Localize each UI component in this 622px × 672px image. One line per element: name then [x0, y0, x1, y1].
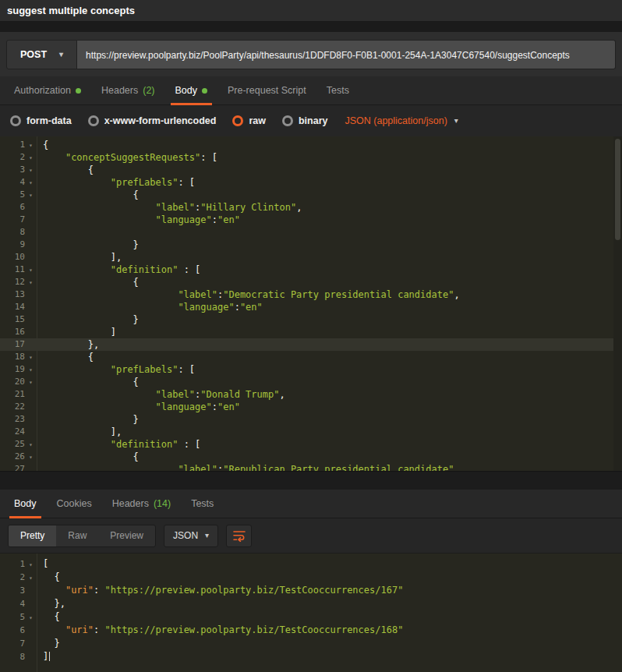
fold-toggle-icon[interactable]: ▾ — [25, 176, 37, 189]
tab-label: Body — [14, 498, 37, 509]
radio-icon — [88, 115, 99, 126]
fold-spacer — [25, 650, 37, 663]
line-number: 23 — [2, 413, 25, 426]
code-token: { — [43, 451, 139, 462]
response-body-editor[interactable]: 1▾[2▾ {3 "uri": "https://preview.poolpar… — [0, 553, 622, 672]
scrollbar — [613, 136, 622, 471]
line-number: 4 — [2, 597, 25, 610]
tab-label: Body — [175, 85, 198, 96]
code-line: 26▾ { — [0, 451, 622, 463]
code-text: }, — [37, 338, 99, 351]
code-text: [ — [37, 557, 48, 571]
fold-spacer — [25, 426, 37, 438]
fold-toggle-icon[interactable]: ▾ — [25, 571, 37, 584]
radio-icon — [10, 115, 21, 126]
gutter: 6 — [0, 201, 37, 214]
string-token: "label" — [178, 289, 217, 300]
line-number: 4 — [2, 176, 25, 189]
body-mode-raw[interactable]: raw — [232, 115, 266, 126]
url-input[interactable]: https://preview.poolparty.biz/PoolParty/… — [77, 40, 616, 69]
body-mode-x-www-form-urlencoded[interactable]: x-www-form-urlencoded — [88, 115, 217, 126]
code-line: 7 } — [0, 637, 622, 650]
fold-toggle-icon[interactable]: ▾ — [25, 189, 37, 201]
method-dropdown[interactable]: POST ▾ — [6, 40, 77, 69]
wrap-lines-button[interactable] — [226, 525, 252, 547]
gutter: 4▾ — [0, 176, 37, 189]
fold-toggle-icon[interactable]: ▾ — [25, 451, 37, 463]
fold-toggle-icon[interactable]: ▾ — [25, 376, 37, 388]
gutter: 7 — [0, 214, 37, 226]
gutter: 5▾ — [0, 610, 37, 624]
gutter: 8 — [0, 226, 37, 239]
key-token: "uri" — [65, 585, 94, 596]
response-tab-headers[interactable]: Headers(14) — [102, 490, 181, 518]
body-mode-binary[interactable]: binary — [282, 115, 328, 126]
request-tab-body[interactable]: Body — [165, 76, 218, 104]
fold-toggle-icon[interactable]: ▾ — [25, 438, 37, 451]
view-mode-preview[interactable]: Preview — [98, 525, 155, 546]
fold-toggle-icon[interactable]: ▾ — [25, 557, 37, 571]
response-toolbar: PrettyRawPreview JSON ▾ — [0, 518, 622, 553]
scrollbar-thumb[interactable] — [615, 139, 620, 240]
response-tab-tests[interactable]: Tests — [181, 490, 224, 518]
mode-label: form-data — [27, 115, 72, 126]
fold-spacer — [25, 214, 37, 226]
request-body-editor[interactable]: 1▾{2▾ "conceptSuggestRequests": [3▾ {4▾ … — [0, 136, 622, 471]
postman-app: suggest multiple concepts POST ▾ https:/… — [0, 0, 622, 672]
fold-spacer — [25, 251, 37, 263]
code-token: , — [454, 289, 459, 300]
content-type-dropdown[interactable]: JSON (application/json) ▾ — [345, 115, 458, 126]
code-token: ], — [43, 252, 122, 263]
fold-toggle-icon[interactable]: ▾ — [25, 164, 37, 176]
view-mode-pretty[interactable]: Pretty — [9, 525, 56, 546]
code-token — [43, 624, 65, 635]
code-line: 9 } — [0, 239, 622, 251]
method-label: POST — [20, 49, 47, 60]
gutter: 8 — [0, 650, 37, 663]
request-tab-pre-request-script[interactable]: Pre-request Script — [217, 76, 316, 104]
code-line: 1▾[ — [0, 557, 622, 571]
string-token: "https://preview.poolparty.biz/TestCoocc… — [104, 585, 403, 596]
gutter: 23 — [0, 413, 37, 426]
gutter: 1▾ — [0, 139, 37, 151]
fold-toggle-icon[interactable]: ▾ — [25, 139, 37, 151]
request-tab-authorization[interactable]: Authorization — [4, 76, 91, 104]
code-line: 16 ] — [0, 326, 622, 338]
fold-toggle-icon[interactable]: ▾ — [25, 610, 37, 624]
request-tab-headers[interactable]: Headers(2) — [91, 76, 165, 104]
fold-toggle-icon[interactable]: ▾ — [25, 363, 37, 376]
fold-toggle-icon[interactable]: ▾ — [25, 351, 37, 363]
code-token: : — [212, 401, 217, 412]
key-token: "uri" — [65, 624, 94, 635]
code-token: , — [279, 389, 284, 400]
body-mode-form-data[interactable]: form-data — [10, 115, 72, 126]
line-number: 22 — [2, 401, 25, 413]
line-number: 6 — [2, 201, 25, 214]
fold-toggle-icon[interactable]: ▾ — [25, 151, 37, 164]
line-number: 14 — [2, 301, 25, 313]
body-type-row: form-datax-www-form-urlencodedrawbinary … — [0, 105, 622, 136]
gutter: 9 — [0, 239, 37, 251]
fold-toggle-icon[interactable]: ▾ — [25, 263, 37, 276]
code-token — [43, 364, 111, 375]
code-text: ], — [37, 251, 122, 263]
request-tab-tests[interactable]: Tests — [316, 76, 359, 104]
radio-icon — [282, 115, 293, 126]
view-mode-raw[interactable]: Raw — [56, 525, 98, 546]
code-token: , — [296, 202, 302, 213]
request-response-divider[interactable] — [0, 471, 622, 490]
response-tab-body[interactable]: Body — [4, 490, 47, 518]
code-token: : — [235, 302, 240, 313]
fold-toggle-icon[interactable]: ▾ — [25, 276, 37, 288]
code-token: { — [43, 277, 139, 288]
chevron-down-icon: ▾ — [205, 532, 209, 539]
fold-spacer — [25, 313, 37, 326]
response-tab-cookies[interactable]: Cookies — [47, 490, 102, 518]
code-token: { — [43, 189, 139, 200]
string-token: "prefLabels" — [111, 177, 178, 188]
code-text: "label":"Hillary Clinton", — [37, 201, 302, 214]
code-text: { — [37, 351, 94, 363]
fold-spacer — [25, 401, 37, 413]
response-format-dropdown[interactable]: JSON ▾ — [164, 525, 218, 547]
code-token: }, — [43, 598, 65, 609]
